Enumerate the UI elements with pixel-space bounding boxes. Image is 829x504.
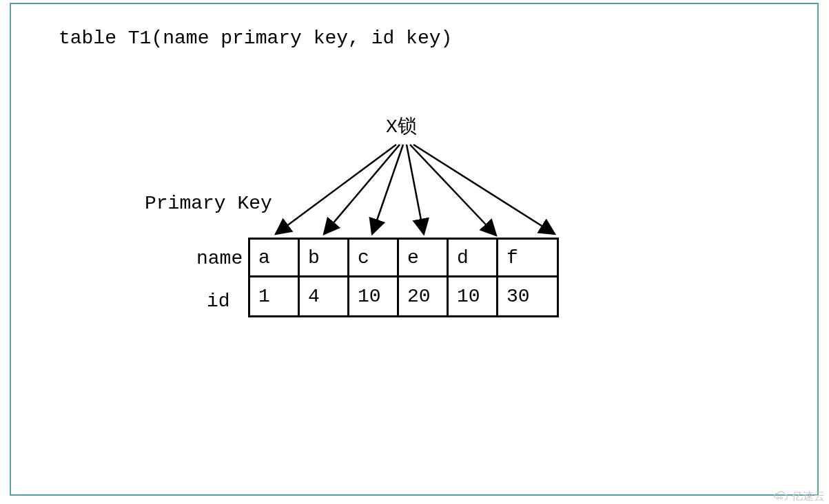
watermark-text: 亿速云 [792, 490, 825, 504]
cell-id-4: 10 [448, 277, 498, 317]
table-row: 1 4 10 20 10 30 [249, 277, 558, 317]
cell-name-2: c [349, 239, 398, 277]
x-lock-label: X锁 [386, 113, 417, 139]
table-definition-text: table T1(name primary key, id key) [59, 28, 452, 49]
row-header-id: id [207, 291, 230, 312]
svg-point-7 [780, 496, 782, 498]
primary-key-label: Primary Key [145, 193, 272, 214]
table-row: a b c e d f [249, 239, 558, 277]
cell-id-5: 30 [498, 277, 558, 317]
row-header-name: name [196, 248, 243, 269]
watermark: 亿速云 [771, 490, 825, 504]
cell-name-4: d [448, 239, 498, 277]
cell-id-2: 10 [349, 277, 398, 317]
cloud-icon [771, 491, 789, 503]
svg-point-6 [777, 496, 779, 498]
cell-id-1: 4 [299, 277, 349, 317]
cell-name-5: f [498, 239, 558, 277]
cell-id-0: 1 [249, 277, 299, 317]
cell-name-3: e [398, 239, 448, 277]
cell-name-0: a [249, 239, 299, 277]
cell-id-3: 20 [398, 277, 448, 317]
cell-name-1: b [299, 239, 349, 277]
primary-key-table: a b c e d f 1 4 10 20 10 30 [248, 238, 559, 317]
